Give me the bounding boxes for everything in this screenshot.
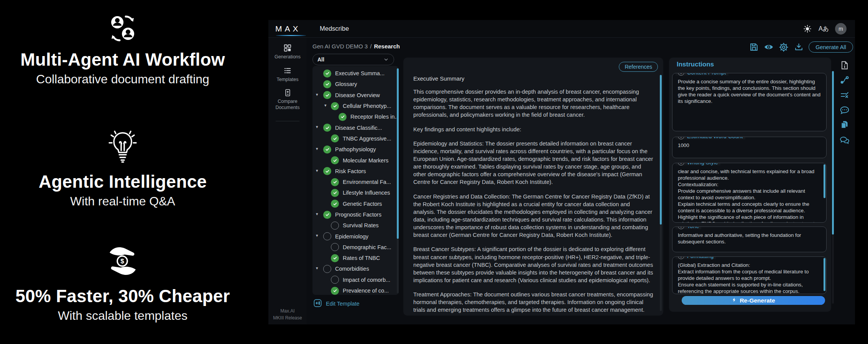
save-icon[interactable] xyxy=(749,42,759,52)
grid-icon xyxy=(268,44,307,52)
field-scrollbar[interactable] xyxy=(824,258,825,291)
tone-field[interactable]: i Tone Informative and authoritative, se… xyxy=(672,227,827,252)
document-paragraph: This comprehensive dossier provides an i… xyxy=(413,88,653,119)
writing-style-field[interactable]: i Writing Style clear and concise, with … xyxy=(672,163,827,223)
preview-eye-icon[interactable] xyxy=(764,42,774,52)
copy-pages-icon[interactable] xyxy=(834,120,855,129)
regenerate-button[interactable]: Re-Generate xyxy=(682,296,825,305)
tree-item[interactable]: Receptor Roles in... xyxy=(312,111,399,122)
release-build: MKIII Release xyxy=(268,314,307,321)
tree-item-label: Risk Factors xyxy=(335,168,366,174)
route-icon[interactable] xyxy=(834,75,855,85)
compare-document-icon xyxy=(268,89,307,97)
chat-bubbles-icon[interactable] xyxy=(834,136,855,145)
check-circle-icon xyxy=(323,91,331,99)
tree-scrollbar[interactable] xyxy=(397,68,399,239)
tree-item[interactable]: Impact of comorb... xyxy=(312,275,399,285)
tree-item[interactable]: Glossary xyxy=(312,79,399,89)
list-icon xyxy=(268,66,307,75)
sidebar-item-templates[interactable]: Templates xyxy=(268,66,307,83)
checklist-icon[interactable] xyxy=(834,91,855,100)
tree-item[interactable]: ▾Disease Classific... xyxy=(312,122,399,133)
field-scrollbar[interactable] xyxy=(824,164,825,198)
empty-circle-icon xyxy=(323,232,331,240)
tree-item[interactable]: ▾Cellular Phenotyp... xyxy=(312,101,399,111)
section-filter-dropdown[interactable]: All xyxy=(312,54,394,65)
estimated-word-count-field[interactable]: i Estimated Word Count 1000 xyxy=(672,137,827,158)
tree-item[interactable]: ▾Pathophysiology xyxy=(312,144,399,155)
tree-item[interactable]: ▾Disease Overview xyxy=(312,90,399,101)
section-tree: Executive Summa...Glossary▾Disease Overv… xyxy=(312,66,399,295)
caret-down-icon[interactable]: ▾ xyxy=(316,233,318,238)
tree-item[interactable]: Executive Summa... xyxy=(312,68,399,79)
content-prompt-field[interactable]: i Content Prompt Provide a concise summa… xyxy=(672,73,827,131)
check-circle-icon xyxy=(323,69,331,78)
tree-item-label: Environmental Fa... xyxy=(343,179,391,185)
user-avatar[interactable]: m xyxy=(835,23,847,35)
topbar-actions: Aあ m xyxy=(802,20,847,38)
tree-item-label: Disease Classific... xyxy=(335,125,382,131)
breadcrumb-root[interactable]: Gen AI GVD DEMO 3 xyxy=(312,43,368,50)
hands-savings-icon: $ xyxy=(0,243,245,280)
language-toggle[interactable]: Aあ xyxy=(819,25,829,33)
tree-item[interactable]: ▾Epidemiology xyxy=(312,231,399,241)
tree-item[interactable]: Demographic Fac... xyxy=(312,242,399,253)
generate-all-button[interactable]: Generate All xyxy=(809,41,853,53)
breadcrumb: Gen AI GVD DEMO 3/Research xyxy=(312,43,400,50)
comment-ellipsis-icon[interactable] xyxy=(834,105,855,115)
field-value: (Global) Extraction and Citation: Extrac… xyxy=(672,257,826,294)
tree-item[interactable]: Survival Rates xyxy=(312,220,399,231)
tree-item[interactable]: Environmental Fa... xyxy=(312,177,399,187)
formatting-field[interactable]: i Formatting (Global) Extraction and Cit… xyxy=(672,256,827,294)
sidebar-item-compare-documents[interactable]: Compare Documents xyxy=(268,89,307,111)
caret-down-icon[interactable]: ▾ xyxy=(316,92,318,97)
download-icon[interactable] xyxy=(794,42,804,52)
tree-item-label: Impact of comorb... xyxy=(343,277,390,283)
nav-divider xyxy=(276,121,299,121)
info-icon: i xyxy=(678,163,684,165)
tree-item[interactable]: ▾Risk Factors xyxy=(312,166,399,177)
document-info-icon[interactable] xyxy=(834,61,855,70)
breadcrumb-separator: / xyxy=(370,43,372,50)
max-logo-text: MAX xyxy=(275,24,301,33)
check-circle-icon xyxy=(331,178,339,186)
tree-item[interactable]: TNBC Aggressive... xyxy=(312,133,399,144)
release-name: Max.AI xyxy=(268,308,307,314)
caret-down-icon[interactable]: ▾ xyxy=(316,124,318,129)
empty-circle-icon xyxy=(331,222,339,230)
field-head: i Tone xyxy=(676,227,701,229)
tree-item-label: Rates of TNBC xyxy=(343,255,380,261)
tree-item[interactable]: Rates of TNBC xyxy=(312,253,399,263)
tree-item[interactable]: ▾Comorbidities xyxy=(312,263,399,274)
check-circle-icon xyxy=(339,113,347,121)
theme-toggle-sun-icon[interactable] xyxy=(802,24,812,34)
caret-down-icon[interactable]: ▾ xyxy=(316,266,318,271)
caret-down-icon[interactable]: ▾ xyxy=(316,168,318,173)
edit-template-button[interactable]: Edit Template xyxy=(313,299,360,309)
settings-gear-icon[interactable] xyxy=(779,42,789,52)
tree-item-label: Prevalence of co... xyxy=(343,288,389,294)
caret-down-icon[interactable]: ▾ xyxy=(316,212,318,217)
caret-down-icon[interactable]: ▾ xyxy=(316,146,318,151)
nav-rail: Generations Templates Compare Documents … xyxy=(268,38,307,324)
empty-circle-icon xyxy=(323,265,331,273)
document-scrollbar[interactable] xyxy=(660,75,662,225)
tree-item-label: Disease Overview xyxy=(335,92,380,98)
check-circle-icon xyxy=(323,80,331,88)
tree-item[interactable]: ▾Prognostic Factors xyxy=(312,209,399,220)
release-version: Max.AI MKIII Release xyxy=(268,308,307,321)
tree-item-label: TNBC Aggressive... xyxy=(343,136,391,142)
sidebar-item-label: Generations xyxy=(275,54,301,60)
sidebar-item-generations[interactable]: Generations xyxy=(268,44,307,60)
screenshot-canvas: Multi-Agent AI Workflow Collaborative do… xyxy=(0,0,868,344)
lightning-icon xyxy=(732,297,737,304)
tree-item-label: Molecular Markers xyxy=(343,157,388,164)
edit-template-label: Edit Template xyxy=(326,301,360,307)
tree-item[interactable]: Prevalence of co... xyxy=(312,285,399,295)
tree-item-label: Lifestyle Influences xyxy=(343,190,390,196)
caret-down-icon[interactable]: ▾ xyxy=(324,103,327,108)
tree-item[interactable]: Genetic Factors xyxy=(312,198,399,209)
references-button[interactable]: References xyxy=(619,62,658,72)
tree-item[interactable]: Molecular Markers xyxy=(312,155,399,165)
tree-item[interactable]: Lifestyle Influences xyxy=(312,187,399,198)
